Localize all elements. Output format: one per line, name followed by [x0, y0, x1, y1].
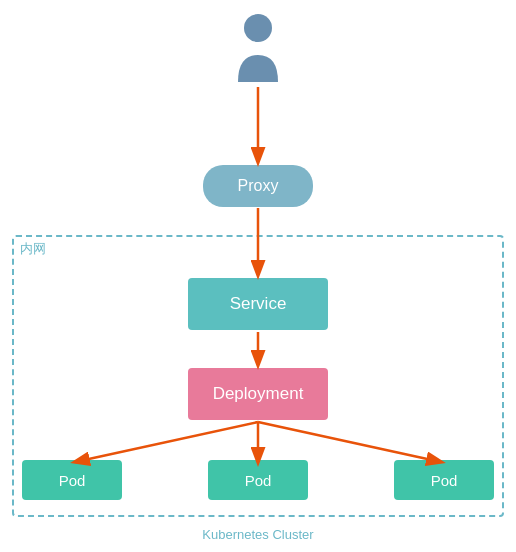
cluster-label: Kubernetes Cluster	[202, 527, 313, 542]
deployment-label: Deployment	[213, 384, 304, 404]
deployment-box: Deployment	[188, 368, 328, 420]
pod-left-box: Pod	[22, 460, 122, 500]
service-box: Service	[188, 278, 328, 330]
intranet-label: 内网	[20, 240, 46, 258]
proxy-box: Proxy	[203, 165, 313, 207]
svg-point-0	[244, 14, 272, 42]
proxy-label: Proxy	[238, 177, 279, 195]
diagram-container: Proxy 内网 Service Deployment Pod Pod Pod …	[0, 0, 516, 552]
pod-right-label: Pod	[431, 472, 458, 489]
pod-center-label: Pod	[245, 472, 272, 489]
pod-left-label: Pod	[59, 472, 86, 489]
service-label: Service	[230, 294, 287, 314]
pod-center-box: Pod	[208, 460, 308, 500]
pod-right-box: Pod	[394, 460, 494, 500]
person-icon	[228, 10, 288, 85]
